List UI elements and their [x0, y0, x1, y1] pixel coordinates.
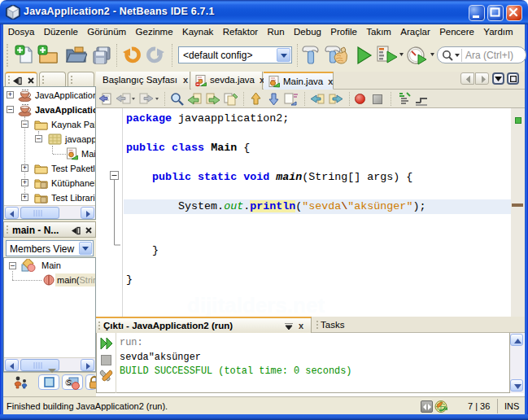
svg-text:S: S: [67, 378, 72, 387]
